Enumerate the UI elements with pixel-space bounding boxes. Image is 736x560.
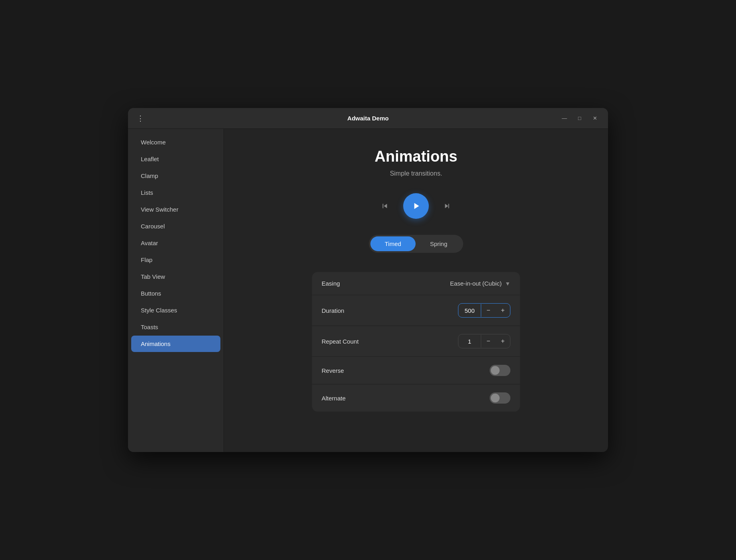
repeat-count-spinner: 1 − + <box>458 334 510 348</box>
sidebar-item-welcome[interactable]: Welcome <box>131 134 220 150</box>
repeat-count-label: Repeat Count <box>322 338 359 345</box>
mode-toggle: Timed Spring <box>369 235 463 253</box>
player-controls <box>376 193 456 219</box>
alternate-label: Alternate <box>322 395 346 402</box>
main-content: Animations Simple transitions. <box>224 129 608 452</box>
sidebar-item-clamp[interactable]: Clamp <box>131 168 220 184</box>
alternate-toggle[interactable] <box>490 392 510 404</box>
easing-dropdown[interactable]: Ease-in-out (Cubic) ▼ <box>450 280 510 287</box>
sidebar-item-avatar[interactable]: Avatar <box>131 235 220 251</box>
page-title: Animations <box>375 148 458 165</box>
reverse-label: Reverse <box>322 367 344 374</box>
duration-label: Duration <box>322 307 344 314</box>
content-area: Welcome Leaflet Clamp Lists View Switche… <box>128 129 608 452</box>
sidebar-item-animations[interactable]: Animations <box>131 336 220 352</box>
sidebar-item-buttons[interactable]: Buttons <box>131 285 220 302</box>
duration-increment-button[interactable]: + <box>496 304 510 317</box>
sidebar-item-flap[interactable]: Flap <box>131 252 220 268</box>
sidebar-item-view-switcher[interactable]: View Switcher <box>131 201 220 218</box>
dropdown-arrow-icon: ▼ <box>505 280 510 287</box>
minimize-button[interactable]: — <box>558 113 571 124</box>
reverse-toggle-knob <box>491 366 500 375</box>
duration-decrement-button[interactable]: − <box>481 304 496 317</box>
duration-spinner: 500 − + <box>458 303 510 318</box>
easing-row: Easing Ease-in-out (Cubic) ▼ <box>312 272 520 295</box>
maximize-button[interactable]: □ <box>573 113 586 124</box>
sidebar-item-leaflet[interactable]: Leaflet <box>131 151 220 167</box>
skip-back-button[interactable] <box>376 197 394 215</box>
play-icon <box>411 201 421 211</box>
duration-row: Duration 500 − + <box>312 295 520 326</box>
reverse-toggle[interactable] <box>490 365 510 376</box>
repeat-increment-button[interactable]: + <box>496 334 510 348</box>
duration-value: 500 <box>458 305 481 316</box>
sidebar-item-tab-view[interactable]: Tab View <box>131 268 220 285</box>
repeat-decrement-button[interactable]: − <box>481 334 496 348</box>
easing-label: Easing <box>322 280 340 287</box>
settings-panel: Easing Ease-in-out (Cubic) ▼ Duration 50… <box>312 272 520 412</box>
page-subtitle: Simple transitions. <box>390 170 442 177</box>
window-title: Adwaita Demo <box>347 115 388 122</box>
skip-forward-icon <box>443 202 452 210</box>
sidebar-item-lists[interactable]: Lists <box>131 184 220 201</box>
titlebar-left: ⋮ <box>134 113 146 124</box>
alternate-toggle-knob <box>491 394 500 402</box>
sidebar-item-toasts[interactable]: Toasts <box>131 319 220 335</box>
close-button[interactable]: ✕ <box>588 113 602 124</box>
sidebar-item-carousel[interactable]: Carousel <box>131 218 220 234</box>
timed-mode-button[interactable]: Timed <box>370 236 416 251</box>
window-controls: — □ ✕ <box>558 113 602 124</box>
play-button[interactable] <box>403 193 429 219</box>
titlebar: ⋮ Adwaita Demo — □ ✕ <box>128 108 608 129</box>
app-window: ⋮ Adwaita Demo — □ ✕ Welcome Leaflet Cla… <box>128 108 608 452</box>
easing-value: Ease-in-out (Cubic) <box>450 280 502 287</box>
sidebar-item-style-classes[interactable]: Style Classes <box>131 302 220 318</box>
spring-mode-button[interactable]: Spring <box>416 236 462 251</box>
sidebar: Welcome Leaflet Clamp Lists View Switche… <box>128 129 224 452</box>
menu-button[interactable]: ⋮ <box>134 113 146 124</box>
repeat-count-row: Repeat Count 1 − + <box>312 326 520 357</box>
repeat-count-value: 1 <box>458 336 481 347</box>
alternate-row: Alternate <box>312 384 520 412</box>
skip-back-icon <box>380 202 389 210</box>
reverse-row: Reverse <box>312 357 520 384</box>
skip-forward-button[interactable] <box>438 197 456 215</box>
